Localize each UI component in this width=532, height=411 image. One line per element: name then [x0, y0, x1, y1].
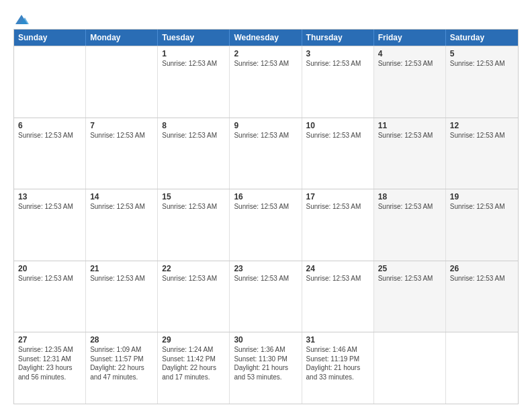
calendar-cell-3-6: 18Sunrise: 12:53 AM [374, 189, 446, 261]
day-info: Sunrise: 12:53 AM [306, 59, 369, 68]
day-info: Sunrise: 12:53 AM [90, 202, 153, 212]
day-number: 26 [450, 264, 514, 273]
day-number: 29 [162, 335, 225, 345]
day-number: 10 [306, 121, 369, 130]
logo-icon [14, 12, 29, 27]
day-info: Sunrise: 1:24 AMSunset: 11:42 PMDaylight… [162, 345, 225, 381]
day-number: 13 [18, 192, 81, 201]
weekday-header-wednesday: Wednesday [230, 30, 302, 46]
day-number: 30 [234, 335, 297, 345]
day-number: 4 [378, 49, 441, 58]
day-number: 22 [162, 264, 225, 273]
day-info: Sunrise: 12:53 AM [450, 274, 514, 283]
day-number: 9 [234, 121, 297, 130]
weekday-header-saturday: Saturday [446, 30, 518, 46]
day-number: 21 [90, 264, 153, 273]
day-number: 5 [450, 49, 514, 58]
day-info: Sunrise: 12:53 AM [18, 202, 81, 212]
calendar-cell-2-6: 11Sunrise: 12:53 AM [374, 118, 446, 189]
day-info: Sunrise: 12:35 AMSunset: 12:31 AMDayligh… [18, 345, 81, 381]
calendar-cell-4-4: 23Sunrise: 12:53 AM [230, 261, 302, 332]
day-info: Sunrise: 1:36 AMSunset: 11:30 PMDaylight… [234, 345, 297, 381]
calendar-cell-2-1: 6Sunrise: 12:53 AM [14, 118, 86, 189]
day-number: 18 [378, 192, 441, 201]
calendar-cell-4-1: 20Sunrise: 12:53 AM [14, 261, 86, 332]
calendar-cell-5-4: 30Sunrise: 1:36 AMSunset: 11:30 PMDaylig… [230, 332, 302, 404]
calendar-week-5: 27Sunrise: 12:35 AMSunset: 12:31 AMDayli… [14, 332, 518, 404]
page: SundayMondayTuesdayWednesdayThursdayFrid… [0, 0, 532, 411]
calendar-cell-3-7: 19Sunrise: 12:53 AM [446, 189, 518, 261]
calendar-cell-5-5: 31Sunrise: 1:46 AMSunset: 11:19 PMDaylig… [302, 332, 374, 404]
day-info: Sunrise: 12:53 AM [306, 131, 369, 140]
calendar-cell-5-1: 27Sunrise: 12:35 AMSunset: 12:31 AMDayli… [14, 332, 86, 404]
day-info: Sunrise: 12:53 AM [450, 131, 514, 140]
day-info: Sunrise: 12:53 AM [234, 59, 297, 68]
day-number: 1 [162, 49, 225, 58]
day-number: 8 [162, 121, 225, 130]
day-info: Sunrise: 12:53 AM [90, 274, 153, 283]
day-info: Sunrise: 12:53 AM [378, 59, 441, 68]
calendar-cell-1-7: 5Sunrise: 12:53 AM [446, 46, 518, 118]
day-number: 24 [306, 264, 369, 273]
weekday-header-sunday: Sunday [14, 30, 86, 46]
weekday-header-tuesday: Tuesday [158, 30, 230, 46]
day-number: 16 [234, 192, 297, 201]
day-number: 11 [378, 121, 441, 130]
day-info: Sunrise: 12:53 AM [306, 274, 369, 283]
calendar-cell-2-7: 12Sunrise: 12:53 AM [446, 118, 518, 189]
day-info: Sunrise: 1:09 AMSunset: 11:57 PMDaylight… [90, 345, 153, 381]
calendar-cell-4-5: 24Sunrise: 12:53 AM [302, 261, 374, 332]
day-number: 14 [90, 192, 153, 201]
calendar-cell-1-3: 1Sunrise: 12:53 AM [158, 46, 230, 118]
calendar-cell-1-1 [14, 46, 86, 118]
calendar-cell-2-2: 7Sunrise: 12:53 AM [86, 118, 158, 189]
calendar-cell-3-4: 16Sunrise: 12:53 AM [230, 189, 302, 261]
day-info: Sunrise: 12:53 AM [450, 202, 514, 212]
day-info: Sunrise: 12:53 AM [90, 131, 153, 140]
day-info: Sunrise: 12:53 AM [18, 131, 81, 140]
calendar-header-row: SundayMondayTuesdayWednesdayThursdayFrid… [14, 30, 518, 46]
calendar-week-4: 20Sunrise: 12:53 AM21Sunrise: 12:53 AM22… [14, 261, 518, 332]
day-info: Sunrise: 12:53 AM [378, 131, 441, 140]
day-info: Sunrise: 12:53 AM [378, 202, 441, 212]
day-number: 15 [162, 192, 225, 201]
day-info: Sunrise: 12:53 AM [306, 202, 369, 212]
day-number: 2 [234, 49, 297, 58]
calendar-cell-5-6 [374, 332, 446, 404]
calendar-cell-4-2: 21Sunrise: 12:53 AM [86, 261, 158, 332]
day-number: 20 [18, 264, 81, 273]
day-number: 19 [450, 192, 514, 201]
day-number: 27 [18, 335, 81, 345]
weekday-header-monday: Monday [86, 30, 158, 46]
calendar-cell-2-4: 9Sunrise: 12:53 AM [230, 118, 302, 189]
weekday-header-friday: Friday [374, 30, 446, 46]
day-number: 28 [90, 335, 153, 345]
day-number: 6 [18, 121, 81, 130]
day-info: Sunrise: 12:53 AM [378, 274, 441, 283]
calendar-cell-3-3: 15Sunrise: 12:53 AM [158, 189, 230, 261]
calendar-cell-2-3: 8Sunrise: 12:53 AM [158, 118, 230, 189]
calendar-cell-5-7 [446, 332, 518, 404]
header [13, 12, 519, 25]
calendar-week-1: 1Sunrise: 12:53 AM2Sunrise: 12:53 AM3Sun… [14, 46, 518, 118]
calendar-cell-1-6: 4Sunrise: 12:53 AM [374, 46, 446, 118]
day-info: Sunrise: 12:53 AM [234, 131, 297, 140]
day-info: Sunrise: 1:46 AMSunset: 11:19 PMDaylight… [306, 345, 369, 381]
day-info: Sunrise: 12:53 AM [234, 202, 297, 212]
day-number: 3 [306, 49, 369, 58]
day-number: 12 [450, 121, 514, 130]
day-info: Sunrise: 12:53 AM [18, 274, 81, 283]
calendar-week-3: 13Sunrise: 12:53 AM14Sunrise: 12:53 AM15… [14, 189, 518, 261]
calendar-cell-3-2: 14Sunrise: 12:53 AM [86, 189, 158, 261]
day-info: Sunrise: 12:53 AM [162, 274, 225, 283]
day-number: 7 [90, 121, 153, 130]
calendar-cell-4-3: 22Sunrise: 12:53 AM [158, 261, 230, 332]
calendar: SundayMondayTuesdayWednesdayThursdayFrid… [13, 29, 519, 404]
day-number: 31 [306, 335, 369, 345]
calendar-cell-4-6: 25Sunrise: 12:53 AM [374, 261, 446, 332]
calendar-cell-1-5: 3Sunrise: 12:53 AM [302, 46, 374, 118]
calendar-cell-3-5: 17Sunrise: 12:53 AM [302, 189, 374, 261]
day-info: Sunrise: 12:53 AM [162, 59, 225, 68]
calendar-week-2: 6Sunrise: 12:53 AM7Sunrise: 12:53 AM8Sun… [14, 118, 518, 189]
day-number: 17 [306, 192, 369, 201]
